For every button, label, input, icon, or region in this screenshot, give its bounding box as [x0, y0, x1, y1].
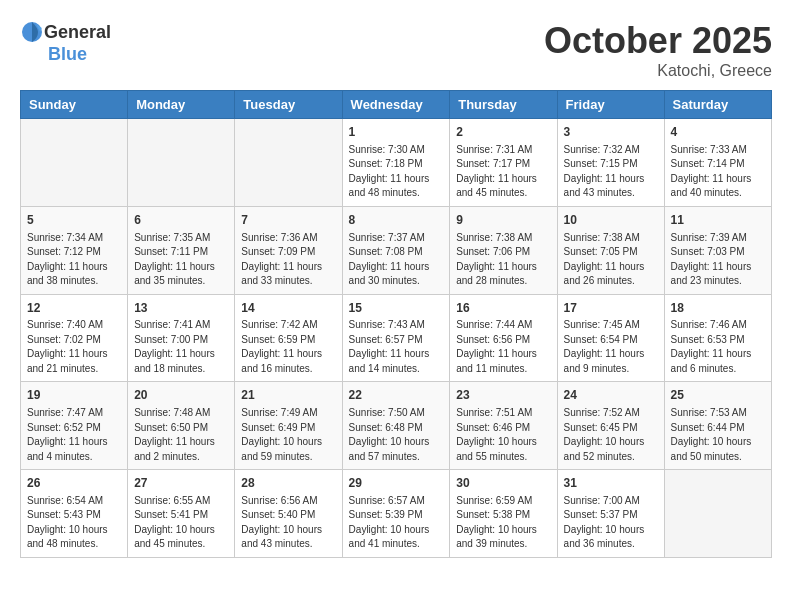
table-row: 7Sunrise: 7:36 AM Sunset: 7:09 PM Daylig… [235, 206, 342, 294]
day-number: 24 [564, 387, 658, 404]
day-number: 18 [671, 300, 765, 317]
day-info: Sunrise: 7:49 AM Sunset: 6:49 PM Dayligh… [241, 406, 335, 464]
table-row: 10Sunrise: 7:38 AM Sunset: 7:05 PM Dayli… [557, 206, 664, 294]
calendar-table: Sunday Monday Tuesday Wednesday Thursday… [20, 90, 772, 558]
day-info: Sunrise: 7:31 AM Sunset: 7:17 PM Dayligh… [456, 143, 550, 201]
day-info: Sunrise: 7:40 AM Sunset: 7:02 PM Dayligh… [27, 318, 121, 376]
day-info: Sunrise: 6:57 AM Sunset: 5:39 PM Dayligh… [349, 494, 444, 552]
day-number: 25 [671, 387, 765, 404]
day-number: 5 [27, 212, 121, 229]
table-row [664, 470, 771, 558]
col-saturday: Saturday [664, 91, 771, 119]
day-number: 20 [134, 387, 228, 404]
table-row: 2Sunrise: 7:31 AM Sunset: 7:17 PM Daylig… [450, 119, 557, 207]
day-info: Sunrise: 7:35 AM Sunset: 7:11 PM Dayligh… [134, 231, 228, 289]
day-info: Sunrise: 6:56 AM Sunset: 5:40 PM Dayligh… [241, 494, 335, 552]
calendar-week-2: 5Sunrise: 7:34 AM Sunset: 7:12 PM Daylig… [21, 206, 772, 294]
day-info: Sunrise: 7:36 AM Sunset: 7:09 PM Dayligh… [241, 231, 335, 289]
day-info: Sunrise: 6:59 AM Sunset: 5:38 PM Dayligh… [456, 494, 550, 552]
col-monday: Monday [128, 91, 235, 119]
table-row: 22Sunrise: 7:50 AM Sunset: 6:48 PM Dayli… [342, 382, 450, 470]
logo-icon [20, 20, 44, 44]
calendar-week-1: 1Sunrise: 7:30 AM Sunset: 7:18 PM Daylig… [21, 119, 772, 207]
day-info: Sunrise: 6:55 AM Sunset: 5:41 PM Dayligh… [134, 494, 228, 552]
col-thursday: Thursday [450, 91, 557, 119]
table-row: 13Sunrise: 7:41 AM Sunset: 7:00 PM Dayli… [128, 294, 235, 382]
calendar-week-3: 12Sunrise: 7:40 AM Sunset: 7:02 PM Dayli… [21, 294, 772, 382]
day-info: Sunrise: 7:00 AM Sunset: 5:37 PM Dayligh… [564, 494, 658, 552]
calendar-header-row: Sunday Monday Tuesday Wednesday Thursday… [21, 91, 772, 119]
day-info: Sunrise: 7:43 AM Sunset: 6:57 PM Dayligh… [349, 318, 444, 376]
month-title: October 2025 [544, 20, 772, 62]
day-number: 1 [349, 124, 444, 141]
day-info: Sunrise: 7:37 AM Sunset: 7:08 PM Dayligh… [349, 231, 444, 289]
table-row: 29Sunrise: 6:57 AM Sunset: 5:39 PM Dayli… [342, 470, 450, 558]
table-row [21, 119, 128, 207]
logo: General Blue [20, 20, 111, 65]
day-number: 17 [564, 300, 658, 317]
page-header: General Blue October 2025 Katochi, Greec… [20, 20, 772, 80]
day-number: 23 [456, 387, 550, 404]
day-number: 14 [241, 300, 335, 317]
table-row: 11Sunrise: 7:39 AM Sunset: 7:03 PM Dayli… [664, 206, 771, 294]
day-number: 8 [349, 212, 444, 229]
title-block: October 2025 Katochi, Greece [544, 20, 772, 80]
day-info: Sunrise: 7:39 AM Sunset: 7:03 PM Dayligh… [671, 231, 765, 289]
day-number: 15 [349, 300, 444, 317]
col-wednesday: Wednesday [342, 91, 450, 119]
day-number: 21 [241, 387, 335, 404]
day-info: Sunrise: 7:48 AM Sunset: 6:50 PM Dayligh… [134, 406, 228, 464]
day-number: 16 [456, 300, 550, 317]
table-row: 30Sunrise: 6:59 AM Sunset: 5:38 PM Dayli… [450, 470, 557, 558]
table-row: 28Sunrise: 6:56 AM Sunset: 5:40 PM Dayli… [235, 470, 342, 558]
col-tuesday: Tuesday [235, 91, 342, 119]
table-row: 9Sunrise: 7:38 AM Sunset: 7:06 PM Daylig… [450, 206, 557, 294]
day-number: 11 [671, 212, 765, 229]
table-row: 26Sunrise: 6:54 AM Sunset: 5:43 PM Dayli… [21, 470, 128, 558]
col-sunday: Sunday [21, 91, 128, 119]
day-info: Sunrise: 7:53 AM Sunset: 6:44 PM Dayligh… [671, 406, 765, 464]
table-row: 14Sunrise: 7:42 AM Sunset: 6:59 PM Dayli… [235, 294, 342, 382]
day-number: 13 [134, 300, 228, 317]
col-friday: Friday [557, 91, 664, 119]
day-info: Sunrise: 6:54 AM Sunset: 5:43 PM Dayligh… [27, 494, 121, 552]
day-info: Sunrise: 7:30 AM Sunset: 7:18 PM Dayligh… [349, 143, 444, 201]
day-info: Sunrise: 7:41 AM Sunset: 7:00 PM Dayligh… [134, 318, 228, 376]
day-info: Sunrise: 7:38 AM Sunset: 7:06 PM Dayligh… [456, 231, 550, 289]
table-row: 18Sunrise: 7:46 AM Sunset: 6:53 PM Dayli… [664, 294, 771, 382]
table-row: 8Sunrise: 7:37 AM Sunset: 7:08 PM Daylig… [342, 206, 450, 294]
table-row: 12Sunrise: 7:40 AM Sunset: 7:02 PM Dayli… [21, 294, 128, 382]
calendar-week-5: 26Sunrise: 6:54 AM Sunset: 5:43 PM Dayli… [21, 470, 772, 558]
day-info: Sunrise: 7:45 AM Sunset: 6:54 PM Dayligh… [564, 318, 658, 376]
day-number: 6 [134, 212, 228, 229]
table-row: 1Sunrise: 7:30 AM Sunset: 7:18 PM Daylig… [342, 119, 450, 207]
day-number: 19 [27, 387, 121, 404]
day-number: 7 [241, 212, 335, 229]
table-row: 16Sunrise: 7:44 AM Sunset: 6:56 PM Dayli… [450, 294, 557, 382]
table-row: 24Sunrise: 7:52 AM Sunset: 6:45 PM Dayli… [557, 382, 664, 470]
table-row: 3Sunrise: 7:32 AM Sunset: 7:15 PM Daylig… [557, 119, 664, 207]
table-row: 17Sunrise: 7:45 AM Sunset: 6:54 PM Dayli… [557, 294, 664, 382]
table-row [128, 119, 235, 207]
table-row: 23Sunrise: 7:51 AM Sunset: 6:46 PM Dayli… [450, 382, 557, 470]
table-row: 27Sunrise: 6:55 AM Sunset: 5:41 PM Dayli… [128, 470, 235, 558]
day-info: Sunrise: 7:33 AM Sunset: 7:14 PM Dayligh… [671, 143, 765, 201]
day-info: Sunrise: 7:46 AM Sunset: 6:53 PM Dayligh… [671, 318, 765, 376]
table-row: 4Sunrise: 7:33 AM Sunset: 7:14 PM Daylig… [664, 119, 771, 207]
day-info: Sunrise: 7:42 AM Sunset: 6:59 PM Dayligh… [241, 318, 335, 376]
day-info: Sunrise: 7:44 AM Sunset: 6:56 PM Dayligh… [456, 318, 550, 376]
day-number: 27 [134, 475, 228, 492]
day-number: 10 [564, 212, 658, 229]
day-number: 12 [27, 300, 121, 317]
day-number: 29 [349, 475, 444, 492]
day-number: 4 [671, 124, 765, 141]
day-info: Sunrise: 7:47 AM Sunset: 6:52 PM Dayligh… [27, 406, 121, 464]
day-number: 22 [349, 387, 444, 404]
logo-general-text: General [44, 22, 111, 43]
day-number: 28 [241, 475, 335, 492]
table-row: 19Sunrise: 7:47 AM Sunset: 6:52 PM Dayli… [21, 382, 128, 470]
table-row: 6Sunrise: 7:35 AM Sunset: 7:11 PM Daylig… [128, 206, 235, 294]
day-number: 30 [456, 475, 550, 492]
table-row: 21Sunrise: 7:49 AM Sunset: 6:49 PM Dayli… [235, 382, 342, 470]
location-title: Katochi, Greece [544, 62, 772, 80]
